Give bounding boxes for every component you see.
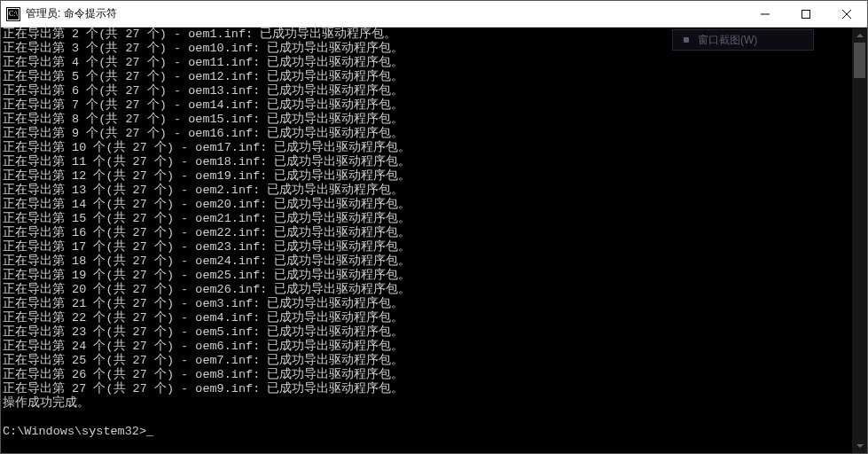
scroll-thumb[interactable]: [854, 43, 865, 78]
svg-marker-9: [856, 444, 864, 448]
close-button[interactable]: [826, 1, 867, 27]
overlay-label: 窗口截图(W): [698, 33, 757, 48]
maximize-button[interactable]: [786, 1, 826, 27]
client-area: 正在导出第 2 个(共 27 个) - oem1.inf: 已成功导出驱动程序包…: [1, 27, 867, 453]
overlay-dot-icon: [684, 37, 689, 43]
scroll-up-button[interactable]: [852, 27, 867, 43]
vertical-scrollbar[interactable]: [852, 27, 867, 453]
window-controls: [745, 1, 867, 27]
overlay-capture-button[interactable]: 窗口截图(W): [672, 29, 814, 51]
svg-text:C:\: C:\: [9, 10, 19, 18]
scroll-track[interactable]: [852, 43, 867, 438]
svg-rect-5: [802, 10, 810, 18]
terminal-output[interactable]: 正在导出第 2 个(共 27 个) - oem1.inf: 已成功导出驱动程序包…: [1, 27, 852, 453]
window: C:\ 管理员: 命令提示符 正在导出第 2 个(共 27 个) - oem1.…: [0, 0, 868, 454]
minimize-button[interactable]: [745, 1, 786, 27]
titlebar[interactable]: C:\ 管理员: 命令提示符: [1, 1, 867, 27]
window-title: 管理员: 命令提示符: [26, 6, 745, 21]
scroll-down-button[interactable]: [852, 438, 867, 453]
cmd-icon: C:\: [6, 7, 20, 21]
svg-marker-8: [856, 34, 864, 37]
